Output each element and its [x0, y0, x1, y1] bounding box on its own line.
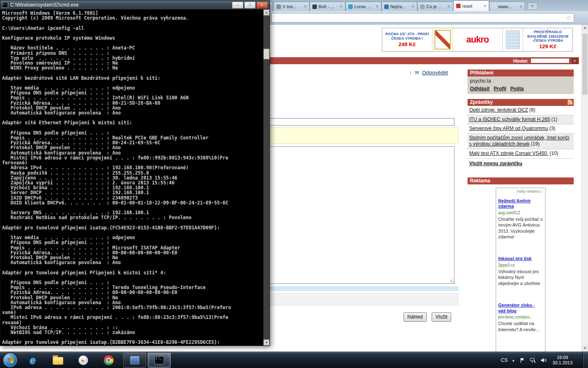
- taskbar-media-player[interactable]: ▶: [72, 352, 95, 368]
- envelope-icon[interactable]: ✉: [415, 70, 419, 76]
- news-title[interactable]: Stolním počítačům zvoní umíráček, Intel …: [469, 135, 569, 147]
- tab-close-icon[interactable]: ×: [448, 4, 450, 9]
- news-list: Opět zdroje: tentokrát OCZ(9) ITU a ISO/…: [468, 106, 574, 159]
- news-item[interactable]: Opět zdroje: tentokrát OCZ(9): [468, 106, 574, 115]
- tab-close-icon[interactable]: ×: [304, 4, 307, 9]
- cmd-output-area[interactable]: Microsoft Windows [Verze 6.1.7601] Copyr…: [0, 9, 263, 346]
- news-title[interactable]: Malý test ATX zdroje Corsair VS450.: [469, 150, 548, 156]
- cmd-window-title: C:\Windows\system32\cmd.exe: [10, 2, 230, 8]
- scroll-top-icon[interactable]: ↑: [409, 70, 412, 76]
- start-button[interactable]: [3, 353, 17, 367]
- tab-close-icon[interactable]: ×: [412, 4, 414, 9]
- cmd-output-text: Microsoft Windows [Verze 6.1.7601] Copyr…: [0, 9, 263, 345]
- maximize-button[interactable]: □: [244, 2, 256, 9]
- taskbar-chrome[interactable]: [97, 352, 120, 368]
- ad-title-link[interactable]: Generátor zisku - váš blog: [498, 303, 543, 314]
- news-comment-count: (1): [551, 117, 557, 122]
- tab-label: V ton...: [283, 4, 302, 9]
- rss-icon[interactable]: [567, 100, 572, 105]
- address-bar[interactable]: ☆: [271, 13, 574, 22]
- show-desktop-button[interactable]: [583, 352, 588, 368]
- mail-link[interactable]: Pošta: [510, 86, 524, 92]
- tab-label: Nejča...: [390, 4, 410, 9]
- add-news-link[interactable]: Vložit novou zprávičku: [468, 159, 574, 168]
- browser-tab-active[interactable]: reset ×: [453, 0, 489, 11]
- profile-link[interactable]: Profil: [494, 86, 506, 92]
- product-image-sheet: [506, 30, 520, 49]
- adsense-box: Volby reklamy ▷ Nejlepší Antivir zdarma …: [496, 188, 546, 352]
- ad-title-link[interactable]: Inkoust pro tisk: [498, 256, 543, 262]
- tab-close-icon[interactable]: ×: [340, 4, 343, 9]
- tray-expand-icon[interactable]: ▲: [512, 359, 515, 362]
- taskbar-file-explorer[interactable]: [47, 352, 69, 368]
- new-tab-button[interactable]: +: [528, 2, 537, 10]
- taskbar-cmd-active[interactable]: C:\_: [148, 353, 171, 368]
- banner-ad-right-image-cell[interactable]: [502, 28, 523, 51]
- tab-close-icon[interactable]: ×: [483, 4, 486, 9]
- network-icon[interactable]: [530, 357, 536, 364]
- action-center-flag-icon[interactable]: [519, 357, 526, 364]
- news-title[interactable]: Serverové čipy ARM od Qualcommu: [469, 126, 548, 131]
- browser-tab-3[interactable]: Lorax ... ×: [345, 2, 381, 11]
- browser-tab-1[interactable]: V ton... ×: [274, 2, 310, 11]
- banner-ad-left[interactable]: RÁČNA 1/2" ATX - PROFI ČESKÁ VÝROBA ! 24…: [382, 28, 432, 51]
- volume-icon[interactable]: [540, 357, 547, 364]
- news-item[interactable]: Malý test ATX zdroje Corsair VS450.(10): [468, 149, 574, 159]
- news-item[interactable]: Stolním počítačům zvoní umíráček, Intel …: [468, 134, 574, 149]
- product-image-ratchet: [434, 30, 451, 49]
- folder-icon: [53, 357, 63, 365]
- tab-favicon: [492, 4, 497, 9]
- scrollbar-thumb[interactable]: [582, 34, 588, 95]
- taskbar-running-app[interactable]: [123, 353, 146, 368]
- ad-choices-icon: ▷: [540, 189, 543, 193]
- browser-tab-2[interactable]: Bolt - ... ×: [310, 2, 345, 11]
- ads-header: Reklama: [468, 177, 574, 184]
- close-button[interactable]: ×: [256, 2, 268, 9]
- search-input[interactable]: [530, 58, 570, 63]
- scrollbar-up-arrow[interactable]: ▲: [582, 25, 588, 31]
- ad-body-text: Chraňte svůj počítač s novým AVG Antivir…: [498, 216, 543, 240]
- bookmark-star-icon[interactable]: ☆: [566, 15, 571, 21]
- news-comment-count: (19): [531, 141, 539, 147]
- banner-ad-left-image-cell[interactable]: [432, 28, 452, 51]
- submit-button[interactable]: Vložit: [432, 312, 451, 322]
- page-scrollbar[interactable]: ▲ ▼: [581, 25, 588, 352]
- browser-tab-7[interactable]: www... ×: [489, 2, 525, 11]
- banner-ad-right-text: PROSTĚRADLO BAVLNĚNÉ 140x225CM -ČESKÁ VÝ…: [524, 30, 572, 43]
- login-links: Odhlásit Profil Pošta: [470, 86, 571, 92]
- cmd-titlebar[interactable]: C:\_ C:\Windows\system32\cmd.exe – □ ×: [0, 0, 270, 9]
- browser-tab-5[interactable]: Co je ... ×: [417, 2, 453, 11]
- minimize-button[interactable]: –: [232, 2, 243, 9]
- news-title[interactable]: ITU a ISO/IEC schválily formát H.265: [469, 117, 550, 122]
- news-item[interactable]: ITU a ISO/IEC schválily formát H.265(1): [468, 115, 574, 125]
- tab-favicon: [420, 4, 425, 9]
- logout-link[interactable]: Odhlásit: [470, 86, 490, 92]
- tab-close-icon[interactable]: ×: [376, 4, 379, 9]
- cmd-scroll-down-arrow[interactable]: ▼: [263, 339, 270, 346]
- tab-close-icon[interactable]: ×: [519, 4, 522, 9]
- ad-item: Nejlepší Antivir zdarma avg.com/CZ Chraň…: [498, 198, 543, 240]
- language-indicator[interactable]: CS: [501, 357, 508, 363]
- news-item[interactable]: Serverové čipy ARM od Qualcommu(3): [468, 124, 574, 134]
- reply-link[interactable]: Odpovědět: [422, 70, 448, 76]
- cmd-scroll-thumb[interactable]: [263, 49, 270, 59]
- search-go-button[interactable]: »: [572, 58, 578, 64]
- browser-tab-4[interactable]: Nejča... ×: [381, 2, 417, 11]
- banner-brand-cell[interactable]: aukro: [452, 28, 502, 51]
- taskbar-internet-explorer[interactable]: e: [21, 352, 44, 368]
- scrollbar-down-arrow[interactable]: ▼: [582, 345, 588, 352]
- taskbar-clock[interactable]: 16:09 30.1.2013: [552, 355, 572, 366]
- news-title[interactable]: Opět zdroje: tentokrát OCZ: [469, 107, 528, 113]
- tab-favicon: [312, 4, 317, 9]
- ad-title-link[interactable]: Nejlepší Antivir zdarma: [498, 198, 543, 210]
- preview-button[interactable]: Náhled: [403, 312, 427, 322]
- ad-item: Inkoust pro tisk 3ppp3.cz Výhodný inkous…: [498, 256, 543, 286]
- ad-display-url: pro-brno.com/pro...: [498, 315, 543, 319]
- ad-choices[interactable]: Volby reklamy ▷: [498, 189, 543, 193]
- textarea-resize-grip[interactable]: [450, 280, 454, 283]
- banner-ad-right[interactable]: PROSTĚRADLO BAVLNĚNÉ 140x225CM -ČESKÁ VÝ…: [523, 28, 572, 51]
- internet-explorer-icon: e: [30, 355, 36, 366]
- cmd-scroll-up-arrow[interactable]: ▲: [263, 9, 270, 16]
- news-header: Zprávičky: [468, 99, 574, 106]
- cmd-scrollbar[interactable]: ▲ ▼: [263, 9, 270, 346]
